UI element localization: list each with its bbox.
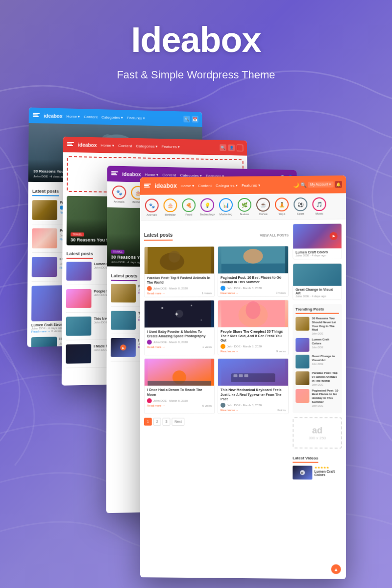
scroll-up-button[interactable]: ▲ (331, 564, 341, 574)
page-3[interactable]: 3 (163, 417, 171, 425)
cat-animals[interactable]: 🐾 Animals (111, 185, 127, 203)
post-img-cheetah (145, 246, 214, 274)
page-next[interactable]: Next (172, 417, 184, 425)
post-img-beach (218, 246, 288, 273)
cat-tech-orange[interactable]: 💡 Technology (199, 198, 215, 216)
sidebar-post-img-2 (32, 228, 57, 248)
trending-1: 30 Reasons You Should Never Let Your Dog… (295, 317, 339, 335)
post-img-keyboard (218, 359, 288, 386)
search-icon[interactable]: 🔍 (183, 116, 190, 122)
sidebar-post-img-4 (31, 337, 57, 347)
play-icon-video[interactable]: ▶ (300, 470, 305, 475)
featured-title-overlay: TRAVEL 30 Reasons You Should Never Let Y… (144, 223, 289, 224)
cat-sport-orange[interactable]: ⚽ Sport (293, 197, 308, 215)
nav-items-blue: Home ▾ Content Categories ▾ Features ▾ (67, 114, 145, 121)
svg-point-18 (161, 307, 163, 309)
pagination: 1 2 3 Next (144, 417, 289, 426)
page-title: Ideabox (0, 20, 392, 60)
sidebar-post-img-1 (32, 200, 57, 220)
svg-text:✦: ✦ (174, 311, 179, 318)
menu-icon-orange (144, 184, 151, 189)
latest-videos-sidebar: Latest Videos ▶ ★★★★★ Lumen Craft Colors (293, 452, 342, 480)
notifications-icon[interactable]: 🔔 (335, 181, 342, 188)
post-img-space: ✦ (145, 300, 214, 327)
cat-coffee-orange[interactable]: ☕ Coffee (255, 198, 271, 216)
svg-point-20 (201, 319, 202, 320)
main-content-orange: TRAVEL 30 Reasons You Should Never Let Y… (144, 223, 289, 481)
post-card-2: Paginated Post: 10 Best Places to Go Hol… (218, 245, 289, 297)
svg-rect-4 (153, 223, 280, 224)
post-img-girl (218, 300, 288, 327)
post-card-5: I Once Had a Dream To Reach The Moon Joh… (144, 359, 215, 414)
svg-point-19 (191, 305, 192, 306)
svg-point-24 (245, 301, 260, 319)
logo-orange: ideabox (155, 182, 177, 189)
moon-icon[interactable]: 🌙 (293, 182, 299, 188)
calendar-icon[interactable]: 📅 (192, 116, 198, 123)
play-button-sidebar[interactable]: ▶ (330, 232, 338, 240)
my-account-btn[interactable]: My Account ▾ (308, 181, 333, 187)
nav-search-blue: 🔍 📅 (183, 116, 198, 122)
cat-yoga-orange[interactable]: 🧘 Yoga (274, 197, 290, 215)
svg-rect-29 (231, 373, 275, 382)
trending-3: Great Change in Visual Art John DOE (295, 355, 339, 368)
menu-icon-purple (111, 171, 118, 176)
latest-posts-header: Latest posts VIEW ALL POSTS (144, 227, 289, 244)
sidebar-great-change: Great Change in Visual Art John DOE · 4 … (293, 263, 342, 300)
sidebar-post-img-3 (32, 257, 57, 277)
post-img-moon (145, 359, 214, 386)
category-icons-orange: 🐾 Animals 🎂 Birthday 🍕 Food 💡 Technology… (140, 193, 346, 220)
cat-nature-orange[interactable]: 🌿 Nature (237, 198, 252, 216)
cat-music-orange[interactable]: 🎵 Music (311, 197, 327, 215)
logo-blue: ideabox (44, 113, 62, 119)
cat-marketing-orange[interactable]: 📊 Marketing (218, 198, 234, 216)
post-card-6: This New Mechanical Keyboard Feels Just … (218, 358, 289, 414)
svg-point-15 (243, 249, 263, 264)
navbar-red: ideabox Home ▾ Content Categories ▾ Feat… (63, 137, 247, 156)
navbar-orange: ideabox Home ▾ Content Categories ▾ Feat… (140, 175, 346, 195)
ad-box-sidebar: ad 300 x 250 (293, 417, 342, 448)
search-icon-red[interactable]: 🔍 (220, 144, 226, 151)
svg-rect-27 (147, 381, 211, 386)
post-card-1: Parallax Post: Top 9 Fastest Animals In … (144, 246, 215, 297)
cat-food-orange[interactable]: 🍕 Food (181, 198, 196, 216)
svg-point-12 (169, 251, 180, 263)
svg-rect-31 (239, 374, 243, 377)
nav-items-red: Home ▾ Content Categories ▾ Features ▾ (101, 143, 180, 149)
nav-search-red: 🔍 👤 (220, 144, 243, 151)
sidebar-lumen-video: ▶ Lumen Craft Colors John DOE · 4 days a… (293, 223, 342, 260)
post-card-3: ✦ I Used Baby Powder & Marbles To Create… (144, 300, 215, 355)
posts-grid: Parallax Post: Top 9 Fastest Animals In … (144, 245, 289, 414)
menu-icon (33, 113, 40, 118)
main-layout-orange: TRAVEL 30 Reasons You Should Never Let Y… (140, 220, 346, 486)
video-item-1: ▶ ★★★★★ Lumen Craft Colors (293, 466, 342, 480)
logo-purple: ideabox (122, 171, 141, 177)
nav-search-orange: 🌙 🔍 My Account ▾ 🔔 (293, 181, 342, 188)
cat-birthday-orange[interactable]: 🎂 Birthday (163, 198, 178, 216)
screen-orange: ideabox Home ▾ Content Categories ▾ Feat… (140, 175, 346, 579)
nav-items-orange: Home ▾ Content Categories ▾ Features ▾ (181, 183, 260, 188)
video-thumb-1: ▶ (293, 466, 312, 479)
trending-sidebar: Trending Posts 30 Reasons You Should Nev… (293, 304, 342, 413)
screenshots-container: ideabox Home ▾ Content Categories ▾ Feat… (0, 98, 392, 588)
sidebar-orange: ▶ Lumen Craft Colors John DOE · 4 days a… (293, 223, 342, 482)
svg-rect-32 (244, 374, 248, 377)
cat-animals-orange[interactable]: 🐾 Animals (144, 198, 160, 216)
search-icon-orange[interactable]: 🔍 (300, 182, 306, 187)
close-icon-red[interactable] (237, 145, 244, 151)
svg-rect-14 (221, 264, 285, 274)
page-2[interactable]: 2 (153, 417, 161, 425)
page-subtitle: Fast & Simple Wordpress Theme (0, 69, 392, 81)
featured-image: TRAVEL 30 Reasons You Should Never Let Y… (144, 223, 289, 224)
trending-5: Paginated Post: 10 Best Places to Go Hol… (295, 389, 339, 407)
logo-red: ideabox (78, 142, 97, 148)
svg-rect-30 (234, 374, 238, 377)
page-1[interactable]: 1 (144, 417, 152, 425)
trending-2: Lumen Craft Colors John DOE (295, 338, 339, 352)
post-card-4: People Share The Creepiest 30 Things The… (218, 300, 289, 356)
menu-icon-red (67, 142, 74, 147)
featured-post-orange: TRAVEL 30 Reasons You Should Never Let Y… (144, 223, 289, 224)
trending-4: Parallax Post: Top 9 Fastest Animals In … (295, 371, 339, 386)
account-icon-red[interactable]: 👤 (228, 145, 235, 151)
